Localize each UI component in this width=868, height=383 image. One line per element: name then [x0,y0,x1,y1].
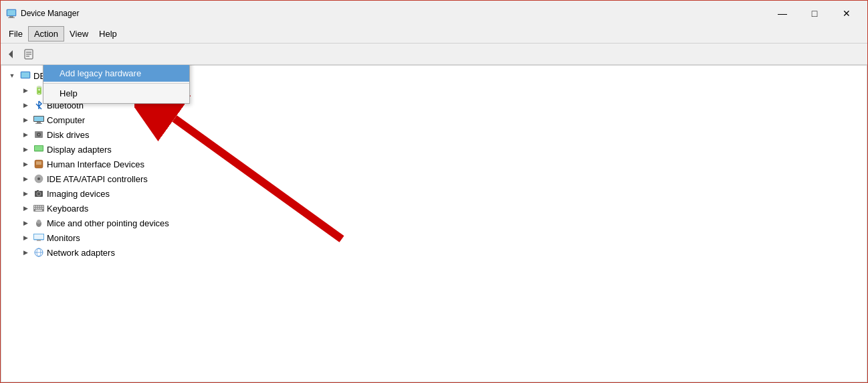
computer-label: Computer [47,115,85,125]
help-item[interactable]: Help [43,85,189,102]
properties-button[interactable] [21,46,37,62]
menu-file[interactable]: File [3,27,28,41]
expand-network[interactable]: ▶ [20,247,31,258]
svg-rect-33 [34,208,35,209]
add-legacy-item[interactable]: Add legacy hardware [43,65,189,82]
expand-monitors[interactable]: ▶ [20,232,31,243]
list-item[interactable]: ▶ Display adapters [1,142,867,157]
expand-bluetooth[interactable]: ▶ [20,100,31,110]
svg-rect-43 [34,234,43,239]
imaging-label: Imaging devices [47,189,110,199]
hid-icon [33,159,44,169]
window-title: Device Manager [21,9,79,18]
expand-ide[interactable]: ▶ [20,173,31,184]
svg-rect-31 [40,206,41,207]
monitors-label: Monitors [47,233,80,243]
svg-rect-35 [38,208,39,209]
menu-separator [43,83,189,84]
svg-rect-28 [34,206,35,207]
computer-icon [20,70,31,81]
title-bar-left: Device Manager [6,8,79,19]
list-item[interactable]: ▶ Imaging devices [1,186,867,201]
device-tree: ▼ DESKTOP-ABC123 ▶ 🔋 Batteries ▶ [1,65,867,382]
ide-label: IDE ATA/ATAPI controllers [47,174,148,184]
menu-bar: File Action View Help [1,25,867,44]
expand-keyboard[interactable]: ▶ [20,203,31,214]
ide-icon [33,173,44,184]
svg-rect-26 [37,190,39,192]
expand-imaging[interactable]: ▶ [20,188,31,199]
mice-icon [33,218,44,228]
svg-point-23 [37,177,40,180]
svg-rect-44 [37,240,41,241]
svg-marker-4 [9,50,13,58]
computer-tree-icon [33,114,44,125]
expand-icon[interactable]: ▼ [7,70,17,81]
imaging-icon [33,188,44,199]
list-item[interactable]: ▶ IDE ATA/ATAPI controllers [1,171,867,186]
app-icon [6,8,17,19]
expand-display[interactable]: ▶ [20,144,31,155]
disk-label: Disk drives [47,130,90,140]
list-item[interactable]: ▶ Disk drives [1,127,867,142]
mice-label: Mice and other pointing devices [47,218,169,228]
svg-point-17 [38,134,39,135]
toolbar [1,44,867,65]
expand-computer[interactable]: ▶ [20,114,31,125]
list-item[interactable]: ▶ Mice and other pointing devices [1,216,867,230]
expand-hid[interactable]: ▶ [20,159,31,169]
title-bar: Device Manager — □ ✕ [1,1,867,25]
menu-view[interactable]: View [64,27,94,41]
main-content: ▼ DESKTOP-ABC123 ▶ 🔋 Batteries ▶ [1,65,867,382]
monitors-icon [33,232,44,243]
list-item[interactable]: ▶ Network adapters [1,245,867,260]
svg-rect-38 [35,210,42,211]
list-item[interactable]: ▶ Computer [1,112,867,127]
svg-rect-34 [36,208,37,209]
svg-rect-21 [36,161,41,165]
expand-disk[interactable]: ▶ [20,129,31,140]
svg-rect-29 [36,206,37,207]
maximize-button[interactable]: □ [799,5,830,22]
svg-rect-36 [40,208,41,209]
svg-rect-37 [42,208,43,209]
svg-rect-19 [35,146,43,151]
menu-action[interactable]: Action [28,26,64,42]
device-manager-window: Device Manager — □ ✕ File Action View He… [0,0,868,383]
title-controls: — □ ✕ [767,5,862,22]
close-button[interactable]: ✕ [831,5,862,22]
network-icon [33,247,44,258]
svg-rect-32 [42,206,43,207]
keyboard-icon [33,203,44,214]
list-item[interactable]: ▶ Human Interface Devices [1,157,867,171]
list-item[interactable]: ▶ Monitors [1,230,867,245]
back-button[interactable] [3,46,19,62]
svg-rect-14 [35,123,42,124]
action-dropdown: Scan for hardware changes Add legacy har… [43,65,190,104]
list-item[interactable]: ▶ [1,201,867,216]
svg-rect-10 [21,72,29,78]
svg-rect-13 [37,122,41,123]
expand-batteries[interactable]: ▶ [20,85,31,96]
svg-rect-1 [9,16,13,17]
svg-rect-2 [8,17,15,18]
display-label: Display adapters [47,145,112,155]
minimize-button[interactable]: — [767,5,798,22]
svg-rect-3 [7,10,15,15]
svg-rect-30 [38,206,39,207]
disk-icon [33,129,44,140]
keyboards-label: Keyboards [47,204,88,214]
hid-label: Human Interface Devices [47,159,144,169]
menu-help[interactable]: Help [94,27,122,41]
display-icon [33,144,44,155]
expand-mice[interactable]: ▶ [20,218,31,228]
network-label: Network adapters [47,248,115,258]
svg-rect-12 [34,117,43,121]
